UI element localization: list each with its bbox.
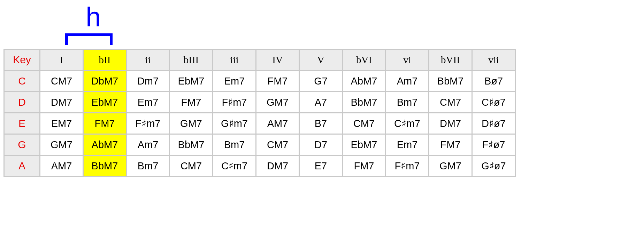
cell: EbM7 [343,135,385,155]
annotation-label: h [86,3,101,31]
cell: Bm7 [213,135,255,155]
cell: GM7 [256,92,299,112]
table-row: C CM7 DbM7 Dm7 EbM7 Em7 FM7 G7 AbM7 Am7 … [5,71,515,91]
cell: Bm7 [386,92,428,112]
cell: BbM7 [429,71,472,91]
row-key: E [5,113,39,134]
cell: DM7 [256,156,299,176]
cell: FM7 [343,156,385,176]
cell: EbM7 [170,71,212,91]
cell: FM7 [256,71,299,91]
cell: FM7 [170,92,212,112]
cell: DM7 [40,92,83,112]
cell-highlight: DbM7 [84,71,126,91]
cell: F♯m7 [213,92,255,112]
cell: B7 [300,113,342,134]
cell: CM7 [40,71,83,91]
cell: GM7 [429,156,472,176]
cell: BbM7 [343,92,385,112]
header-col-4: bIII [170,50,212,70]
cell: E7 [300,156,342,176]
cell: C♯m7 [386,113,428,134]
cell-highlight: AbM7 [84,135,126,155]
cell: G♯m7 [213,113,255,134]
cell: FM7 [429,135,472,155]
cell: D7 [300,135,342,155]
cell: F♯ø7 [473,135,515,155]
cell: Em7 [386,135,428,155]
cell: Em7 [127,92,169,112]
cell: G7 [300,71,342,91]
header-col-10: bVII [429,50,472,70]
cell: AbM7 [343,71,385,91]
cell: CM7 [343,113,385,134]
annotation-bracket [65,33,113,45]
row-key: G [5,135,39,155]
table-body: C CM7 DbM7 Dm7 EbM7 Em7 FM7 G7 AbM7 Am7 … [5,71,515,176]
table-header-row: Key I bII ii bIII iii IV V bVI vi bVII v… [5,50,515,70]
cell: CM7 [256,135,299,155]
cell: CM7 [429,92,472,112]
cell: D♯ø7 [473,113,515,134]
annotation-area: h [3,3,641,49]
header-col-11: vii [473,50,515,70]
cell-highlight: FM7 [84,113,126,134]
cell: C♯ø7 [473,92,515,112]
cell-highlight: EbM7 [84,92,126,112]
cell: Bm7 [127,156,169,176]
header-col-9: vi [386,50,428,70]
cell: C♯m7 [213,156,255,176]
cell: DM7 [429,113,472,134]
table-row: E EM7 FM7 F♯m7 GM7 G♯m7 AM7 B7 CM7 C♯m7 … [5,113,515,134]
row-key: D [5,92,39,112]
table-row: G GM7 AbM7 Am7 BbM7 Bm7 CM7 D7 EbM7 Em7 … [5,135,515,155]
cell: F♯m7 [386,156,428,176]
table-row: D DM7 EbM7 Em7 FM7 F♯m7 GM7 A7 BbM7 Bm7 … [5,92,515,112]
table-row: A AM7 BbM7 Bm7 CM7 C♯m7 DM7 E7 FM7 F♯m7 … [5,156,515,176]
cell: F♯m7 [127,113,169,134]
header-key: Key [5,50,39,70]
cell: Bø7 [473,71,515,91]
header-col-1: I [40,50,83,70]
chord-table: Key I bII ii bIII iii IV V bVI vi bVII v… [3,49,516,177]
cell: Am7 [386,71,428,91]
cell: G♯ø7 [473,156,515,176]
header-col-8: bVI [343,50,385,70]
cell: GM7 [40,135,83,155]
cell: CM7 [170,156,212,176]
header-col-3: ii [127,50,169,70]
cell: AM7 [40,156,83,176]
cell: BbM7 [170,135,212,155]
header-col-7: V [300,50,342,70]
row-key: C [5,71,39,91]
cell-highlight: BbM7 [84,156,126,176]
header-col-5: iii [213,50,255,70]
cell: A7 [300,92,342,112]
cell: EM7 [40,113,83,134]
cell: Em7 [213,71,255,91]
cell: Dm7 [127,71,169,91]
row-key: A [5,156,39,176]
header-col-2: bII [84,50,126,70]
cell: Am7 [127,135,169,155]
cell: GM7 [170,113,212,134]
cell: AM7 [256,113,299,134]
header-col-6: IV [256,50,299,70]
